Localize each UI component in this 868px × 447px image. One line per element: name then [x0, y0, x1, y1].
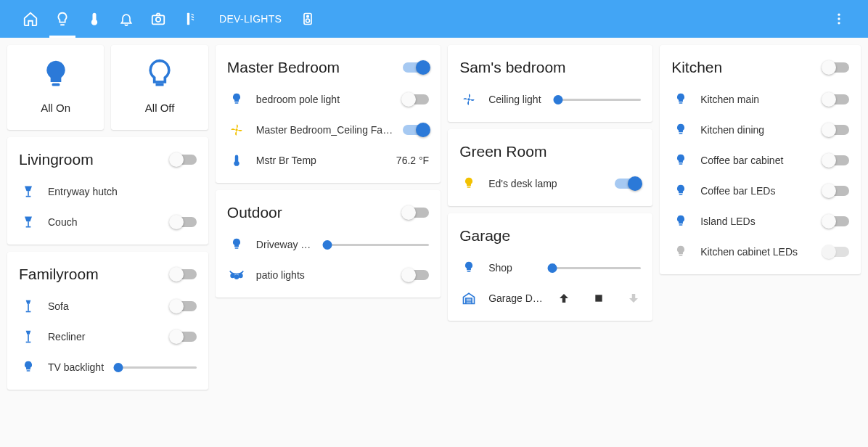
- entity-row: bedroom pole light: [227, 84, 429, 115]
- entity-row: Entryway hutch: [19, 176, 197, 207]
- entity-toggle[interactable]: [823, 247, 849, 257]
- card-title: Garage: [459, 227, 641, 245]
- svg-rect-32: [679, 194, 683, 195]
- svg-rect-28: [595, 295, 602, 301]
- entity-toggle[interactable]: [403, 94, 429, 104]
- scene-label: All Off: [145, 102, 175, 114]
- entity-row: Ed's desk lamp: [459, 168, 641, 199]
- entity-label: patio lights: [256, 269, 393, 281]
- entity-label: Island LEDs: [700, 216, 813, 227]
- svg-rect-10: [28, 191, 29, 196]
- garage-icon[interactable]: [459, 291, 478, 305]
- card-title: Kitchen: [671, 59, 823, 76]
- nav-home-icon[interactable]: [15, 0, 46, 38]
- nav-camera-icon[interactable]: [142, 0, 174, 38]
- overflow-menu-icon[interactable]: [824, 4, 853, 33]
- nav-speaker-icon[interactable]: [292, 0, 324, 38]
- entity-toggle[interactable]: [823, 155, 849, 165]
- svg-rect-33: [679, 224, 683, 226]
- entity-row: Garage Door: [459, 283, 641, 313]
- card-title: Green Room: [459, 143, 641, 160]
- lamp-icon[interactable]: [19, 184, 38, 199]
- entity-label: Driveway lig…: [256, 239, 313, 250]
- scene-row: All On All Off: [7, 45, 208, 130]
- group-toggle[interactable]: [823, 62, 849, 73]
- entity-toggle[interactable]: [171, 217, 197, 227]
- svg-point-8: [838, 22, 840, 24]
- svg-rect-2: [187, 13, 189, 25]
- bulb-icon[interactable]: [459, 261, 478, 275]
- brightness-slider[interactable]: [115, 361, 197, 374]
- bulb-icon[interactable]: [459, 176, 478, 191]
- svg-point-1: [156, 17, 160, 22]
- brightness-slider[interactable]: [555, 93, 641, 106]
- scene-all-on[interactable]: All On: [7, 45, 104, 130]
- scene-all-off[interactable]: All Off: [111, 45, 208, 130]
- lamp-icon[interactable]: [19, 215, 38, 229]
- group-toggle[interactable]: [403, 62, 429, 73]
- nav-thermo-icon[interactable]: [78, 0, 110, 38]
- bulb-icon[interactable]: [671, 184, 690, 198]
- brightness-slider[interactable]: [323, 238, 429, 251]
- card-title: Outdoor: [227, 204, 403, 221]
- svg-rect-16: [28, 335, 29, 342]
- entity-row: Master Bedroom_Ceiling Fa…: [227, 115, 429, 145]
- app-header: DEV-LIGHTS: [0, 0, 868, 38]
- bulb-icon[interactable]: [671, 92, 690, 107]
- entity-label: Kitchen main: [700, 94, 813, 105]
- entity-toggle[interactable]: [823, 94, 849, 104]
- entity-row: TV backlight: [19, 352, 197, 382]
- entity-label: Kitchen dining: [700, 124, 813, 136]
- bulb-icon[interactable]: [671, 245, 690, 259]
- entity-label: Kitchen cabinet LEDs: [700, 246, 813, 258]
- entity-row: Driveway lig…: [227, 229, 429, 260]
- entity-toggle[interactable]: [171, 332, 197, 342]
- entity-toggle[interactable]: [615, 179, 641, 189]
- header-tab-label[interactable]: DEV-LIGHTS: [219, 13, 282, 25]
- nav-bell-icon[interactable]: [110, 0, 142, 38]
- cover-open-button[interactable]: [557, 291, 571, 305]
- card-sams-bedroom: Sam's bedroom Ceiling light: [448, 45, 652, 122]
- entity-label: Couch: [48, 216, 160, 228]
- bulb-icon[interactable]: [671, 214, 690, 229]
- entity-toggle[interactable]: [823, 216, 849, 226]
- entity-label: Ceiling light: [488, 94, 545, 105]
- entity-toggle[interactable]: [823, 125, 849, 135]
- svg-rect-12: [28, 221, 29, 226]
- bulb-icon[interactable]: [671, 153, 690, 168]
- svg-point-22: [231, 274, 234, 278]
- entity-row: Island LEDs: [671, 206, 849, 237]
- entity-toggle[interactable]: [403, 270, 429, 280]
- group-toggle[interactable]: [403, 208, 429, 218]
- fan-icon[interactable]: [227, 123, 246, 137]
- entity-row: Coffee bar cabinet: [671, 145, 849, 176]
- column-1: All On All Off Livingroom Entryway hutch…: [7, 45, 208, 390]
- cover-stop-button[interactable]: [591, 291, 606, 305]
- nav-remote-icon[interactable]: [174, 0, 206, 38]
- svg-rect-34: [679, 255, 683, 256]
- thermometer-icon[interactable]: [227, 154, 246, 167]
- group-toggle[interactable]: [171, 269, 197, 279]
- entity-label: bedroom pole light: [256, 94, 393, 105]
- cover-close-button[interactable]: [626, 291, 641, 305]
- nav-lights-icon[interactable]: [46, 0, 78, 38]
- bulb-icon[interactable]: [227, 92, 246, 107]
- floor-lamp-icon[interactable]: [19, 299, 38, 313]
- bulb-on-icon: [40, 58, 72, 90]
- entity-toggle[interactable]: [823, 186, 849, 196]
- column-2: Master Bedroom bedroom pole light Master…: [216, 45, 441, 390]
- bulb-icon[interactable]: [19, 360, 38, 374]
- bulb-icon[interactable]: [671, 123, 690, 137]
- scene-label: All On: [41, 102, 70, 114]
- entity-toggle[interactable]: [403, 125, 429, 135]
- fan-icon[interactable]: [459, 92, 478, 107]
- string-lights-icon[interactable]: [227, 268, 246, 282]
- card-familyroom: Familyroom Sofa Recliner TV backlight: [7, 252, 208, 390]
- entity-toggle[interactable]: [171, 301, 197, 311]
- bulb-icon[interactable]: [227, 237, 246, 252]
- svg-rect-18: [27, 370, 30, 372]
- brightness-slider[interactable]: [549, 261, 641, 274]
- floor-lamp-icon[interactable]: [19, 329, 38, 344]
- group-toggle[interactable]: [171, 155, 197, 165]
- entity-label: Coffee bar LEDs: [700, 185, 813, 197]
